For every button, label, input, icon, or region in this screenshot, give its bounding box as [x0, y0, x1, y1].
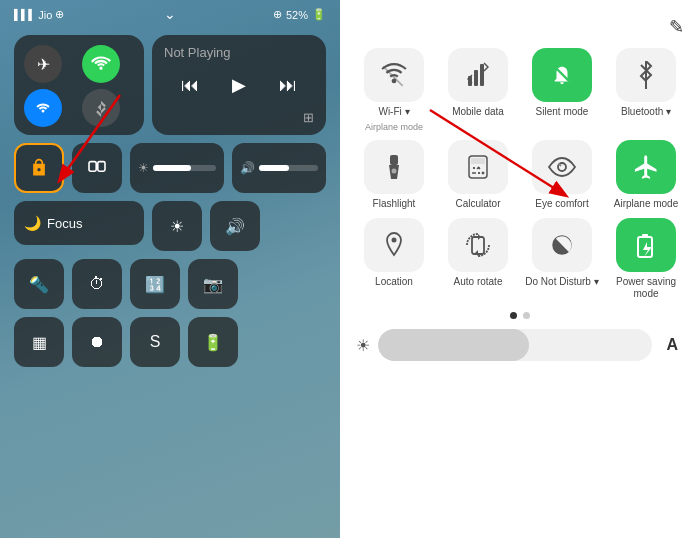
qs-eye-comfort-btn[interactable] — [532, 140, 592, 194]
svg-point-27 — [392, 238, 397, 243]
brightness-slider[interactable]: ☀ — [130, 143, 224, 193]
qs-silent-btn[interactable] — [532, 48, 592, 102]
page-dots — [356, 312, 684, 319]
screen-lock-btn[interactable] — [14, 143, 64, 193]
battery-icon: 🔋 — [312, 8, 326, 21]
qs-item-power-saving: Power saving mode — [608, 218, 684, 300]
qs-item-eye-comfort: Eye comfort — [524, 140, 600, 210]
airplay-icon: ⊞ — [303, 110, 314, 125]
svg-rect-10 — [390, 155, 398, 165]
svg-point-12 — [392, 169, 397, 174]
page-dot-2 — [523, 312, 530, 319]
qs-dnd-btn[interactable] — [532, 218, 592, 272]
qr-btn[interactable]: ▦ — [14, 317, 64, 367]
signal-bars: ▌▌▌ — [14, 9, 35, 20]
qs-location-btn[interactable] — [364, 218, 424, 272]
connectivity-tile: ✈ — [14, 35, 144, 135]
svg-rect-7 — [474, 70, 478, 86]
row2: ☀ 🔊 — [14, 143, 326, 193]
qs-eye-comfort-label: Eye comfort — [535, 198, 588, 210]
volume-icon: 🔊 — [240, 161, 255, 175]
qs-bluetooth-btn[interactable] — [616, 48, 676, 102]
qs-wifi-label: Wi-Fi ▾ — [378, 106, 409, 118]
qs-airplane-label: Airplane mode — [614, 198, 678, 210]
record-btn[interactable]: ⏺ — [72, 317, 122, 367]
qs-wifi-btn[interactable] — [364, 48, 424, 102]
svg-rect-0 — [89, 162, 96, 172]
qs-mobile-data-label: Mobile data — [452, 106, 504, 118]
page-dot-1 — [510, 312, 517, 319]
qs-item-dnd: Do Not Disturb ▾ — [524, 218, 600, 300]
qs-calculator-btn[interactable] — [448, 140, 508, 194]
right-top-bar: ✎ — [356, 16, 684, 38]
status-right: ⊕ 52% 🔋 — [273, 8, 326, 21]
volume-slider[interactable]: 🔊 — [232, 143, 326, 193]
brightness-slider-bar[interactable] — [378, 329, 652, 361]
svg-rect-8 — [480, 64, 484, 86]
qs-auto-rotate-label: Auto rotate — [454, 276, 503, 288]
qs-wifi-sublabel: Airplane mode — [365, 122, 423, 132]
edit-icon[interactable]: ✎ — [669, 16, 684, 38]
status-left: ▌▌▌ Jio ⊕ — [14, 8, 64, 21]
qs-item-mobile-data: Mobile data — [440, 48, 516, 132]
prev-btn[interactable]: ⏮ — [181, 75, 199, 96]
qs-mobile-data-btn[interactable] — [448, 48, 508, 102]
focus-tile[interactable]: 🌙 Focus — [14, 201, 144, 245]
wifi-btn[interactable] — [24, 89, 62, 127]
qs-silent-label: Silent mode — [536, 106, 589, 118]
right-panel: ✎ Wi-Fi ▾ Airplane mode — [340, 0, 700, 538]
play-btn[interactable]: ▶ — [232, 74, 246, 96]
qs-power-saving-label: Power saving mode — [608, 276, 684, 300]
screen-mirror-btn[interactable] — [72, 143, 122, 193]
media-tile: Not Playing ⏮ ▶ ⏭ ⊞ — [152, 35, 326, 135]
left-panel: ⌄ ▌▌▌ Jio ⊕ ⊕ 52% 🔋 ✈ — [0, 0, 340, 538]
calculator-btn[interactable]: 🔢 — [130, 259, 180, 309]
qs-power-saving-btn[interactable] — [616, 218, 676, 272]
svg-rect-30 — [642, 234, 648, 238]
qs-flashlight-btn[interactable] — [364, 140, 424, 194]
qs-item-airplane: Airplane mode — [608, 140, 684, 210]
battery-label: 52% — [286, 9, 308, 21]
next-btn[interactable]: ⏭ — [279, 75, 297, 96]
keyboard-language-btn[interactable]: A — [660, 332, 684, 358]
wifi-icon: ⊕ — [55, 8, 64, 21]
bluetooth-btn[interactable] — [82, 89, 120, 127]
volume-bar — [259, 165, 318, 171]
row3: 🌙 Focus ☀ 🔊 — [14, 201, 326, 251]
qs-calculator-label: Calculator — [455, 198, 500, 210]
row1: ✈ Not Playing — [14, 35, 326, 135]
qs-item-flashlight: Flashlight — [356, 140, 432, 210]
qs-dnd-label: Do Not Disturb ▾ — [525, 276, 598, 288]
svg-line-26 — [559, 164, 561, 166]
left-volume-btn[interactable]: 🔊 — [210, 201, 260, 251]
qs-airplane-btn[interactable] — [616, 140, 676, 194]
battery-tile[interactable]: 🔋 — [188, 317, 238, 367]
shazam-btn[interactable]: S — [130, 317, 180, 367]
brightness-bar — [153, 165, 216, 171]
qs-item-location: Location — [356, 218, 432, 300]
carrier-label: Jio — [38, 9, 52, 21]
moon-icon: 🌙 — [24, 215, 41, 231]
airplane-mode-btn[interactable]: ✈ — [24, 45, 62, 83]
camera-btn[interactable]: 📷 — [188, 259, 238, 309]
timer-btn[interactable]: ⏱ — [72, 259, 122, 309]
qs-item-calculator: Calculator — [440, 140, 516, 210]
left-brightness-btn[interactable]: ☀ — [152, 201, 202, 251]
hotspot-icon: ⊕ — [273, 8, 282, 21]
qs-flashlight-label: Flashlight — [373, 198, 416, 210]
brightness-fill — [153, 165, 191, 171]
flashlight-btn[interactable]: 🔦 — [14, 259, 64, 309]
qs-auto-rotate-btn[interactable] — [448, 218, 508, 272]
brightness-icon: ☀ — [138, 161, 149, 175]
hotspot-btn[interactable] — [82, 45, 120, 83]
qs-location-label: Location — [375, 276, 413, 288]
qs-bluetooth-label: Bluetooth ▾ — [621, 106, 671, 118]
svg-rect-14 — [471, 158, 485, 164]
row4: 🔦 ⏱ 🔢 📷 — [14, 259, 326, 309]
bottom-row: ☀ A — [356, 325, 684, 365]
not-playing-label: Not Playing — [164, 45, 314, 60]
media-controls: ⏮ ▶ ⏭ — [164, 74, 314, 96]
svg-point-5 — [393, 80, 396, 83]
controls-grid: ✈ Not Playing — [0, 25, 340, 377]
qs-item-silent: Silent mode — [524, 48, 600, 132]
